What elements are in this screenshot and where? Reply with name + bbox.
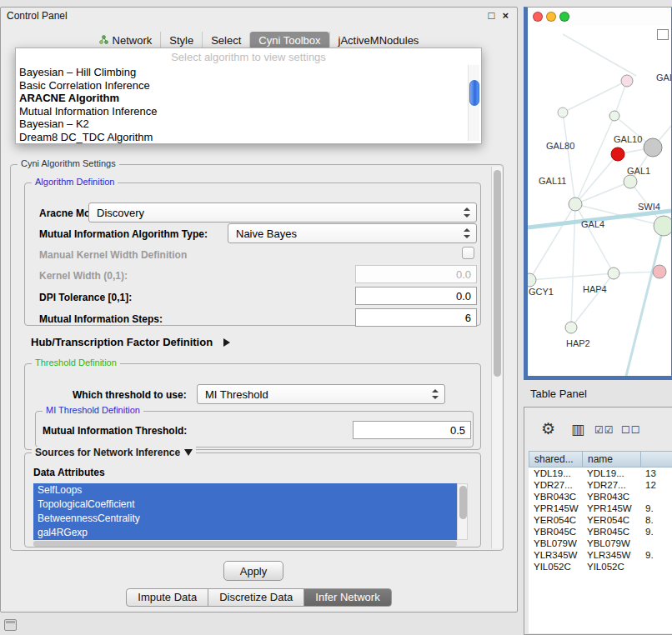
data-attribute-item-betweennesscentrality[interactable]: BetweennessCentrality xyxy=(33,512,457,526)
hub-definition-toggle[interactable]: Hub/Transcription Factor Definition xyxy=(31,334,230,349)
manual-kernel-label: Manual Kernel Width Definition xyxy=(39,249,187,261)
data-attribute-item-selfloops[interactable]: SelfLoops xyxy=(33,483,457,498)
collapse-down-icon xyxy=(184,449,193,456)
network-node[interactable] xyxy=(624,175,637,188)
data-attribute-item-gal4rgexp[interactable]: gal4RGexp xyxy=(33,526,457,540)
tab-style[interactable]: Style xyxy=(160,32,202,49)
table-cell: 9. xyxy=(640,549,672,561)
network-node[interactable] xyxy=(654,216,671,236)
network-node[interactable] xyxy=(621,75,633,87)
settings-scrollbar[interactable] xyxy=(491,167,502,548)
network-node[interactable] xyxy=(558,108,568,118)
table-header-col2[interactable] xyxy=(641,452,672,467)
table-row[interactable]: YPR145WYPR145W9. xyxy=(529,502,672,514)
panel-restore-icon[interactable] xyxy=(4,619,17,631)
network-node[interactable] xyxy=(611,148,624,161)
table-header-name[interactable]: name xyxy=(583,452,641,467)
bottom-tab-impute-data[interactable]: Impute Data xyxy=(126,588,208,607)
popup-scrollbar-thumb[interactable] xyxy=(469,80,479,106)
network-canvas[interactable]: GAL80GAL10GAL11GAL1SWI4GAL4GCY1HAP4HAP2G… xyxy=(528,26,671,376)
network-node[interactable] xyxy=(569,198,582,211)
network-node[interactable] xyxy=(644,138,662,157)
minimize-light-icon[interactable] xyxy=(546,12,556,22)
cyni-algorithm-settings-group: Cyni Algorithm Settings Algorithm Defini… xyxy=(10,164,504,551)
mi-threshold-field[interactable]: 0.5 xyxy=(353,421,471,439)
network-node[interactable] xyxy=(608,268,619,279)
gear-icon[interactable]: ⚙ xyxy=(541,419,555,438)
data-attributes-list[interactable]: SelfLoopsTopologicalCoefficientBetweenne… xyxy=(33,483,457,540)
attributes-scrollbar-thumb[interactable] xyxy=(459,486,467,519)
attributes-list-scrollbar[interactable] xyxy=(457,483,468,540)
close-icon[interactable]: × xyxy=(502,9,509,22)
combo-arrows-icon xyxy=(432,389,439,399)
network-node[interactable] xyxy=(609,111,619,121)
tab-jactivemnodules[interactable]: jActiveMNodules xyxy=(329,32,428,49)
expand-right-icon xyxy=(223,338,230,347)
mi-steps-field[interactable]: 6 xyxy=(355,308,477,327)
bottom-tab-discretize-data[interactable]: Discretize Data xyxy=(208,588,304,607)
table-cell: YLR345W xyxy=(529,549,582,561)
data-attribute-item-topologicalcoefficient[interactable]: TopologicalCoefficient xyxy=(33,498,457,512)
settings-scrollbar-thumb[interactable] xyxy=(494,170,501,377)
window-buttons: □ × xyxy=(489,9,509,22)
which-threshold-combobox[interactable]: MI Threshold xyxy=(197,384,445,404)
tab-select[interactable]: Select xyxy=(202,32,249,49)
algorithm-option-dream8-dc-tdc-algorithm[interactable]: Dream8 DC_TDC Algorithm xyxy=(19,131,464,144)
attributes-horizontal-scrollbar[interactable] xyxy=(33,541,457,547)
kernel-width-value: 0.0 xyxy=(456,268,471,281)
settings-legend: Cyni Algorithm Settings xyxy=(18,158,119,168)
traffic-lights xyxy=(533,12,569,22)
algorithm-definition-group: Algorithm Definition Aracne Mode: Discov… xyxy=(24,182,481,326)
algorithm-placeholder: Select algorithm to view settings xyxy=(16,51,481,63)
top-tab-bar: NetworkStyleSelectCyni ToolboxjActiveMNo… xyxy=(1,31,517,49)
table-row[interactable]: YLR345WYLR345W9. xyxy=(529,549,672,561)
algorithm-option-bayesian-hill-climbing[interactable]: Bayesian – Hill Climbing xyxy=(19,66,464,79)
table-row[interactable]: YER054CYER054C8. xyxy=(529,514,672,526)
network-node[interactable] xyxy=(565,322,577,333)
table-row[interactable]: YBR045CYBR045C9. xyxy=(529,526,672,538)
tab-network[interactable]: Network xyxy=(91,32,161,49)
mi-type-combobox[interactable]: Naive Bayes xyxy=(228,223,477,243)
table-row[interactable]: YDR27...YDR27...12 xyxy=(529,479,672,491)
hub-definition-label: Hub/Transcription Factor Definition xyxy=(31,336,213,348)
network-edge xyxy=(563,34,636,76)
apply-button[interactable]: Apply xyxy=(223,561,283,581)
kernel-width-field[interactable]: 0.0 xyxy=(355,265,477,283)
manual-kernel-checkbox[interactable] xyxy=(462,247,474,259)
table-cell: YBL079W xyxy=(582,538,640,549)
tab-cyni-toolbox[interactable]: Cyni Toolbox xyxy=(249,32,328,49)
sources-legend-text: Sources for Network Inference xyxy=(35,447,180,458)
deselect-all-rows-icon[interactable]: ☐☐ xyxy=(621,424,641,436)
algorithm-option-aracne-algorithm[interactable]: ARACNE Algorithm xyxy=(19,92,464,105)
table-row[interactable]: YBR043CYBR043C xyxy=(529,491,672,502)
table-row[interactable]: YIL052CYIL052C xyxy=(529,561,672,572)
columns-icon[interactable]: ▥ xyxy=(571,421,584,438)
network-node[interactable] xyxy=(528,273,536,287)
close-light-icon[interactable] xyxy=(533,12,543,22)
table-row[interactable]: YDL19...YDL19...13 xyxy=(529,468,672,479)
table-cell xyxy=(640,491,672,502)
algorithm-option-bayesian-k2[interactable]: Bayesian – K2 xyxy=(19,118,464,131)
zoom-light-icon[interactable] xyxy=(559,12,569,22)
mi-type-value: Naive Bayes xyxy=(236,228,297,240)
sources-legend[interactable]: Sources for Network Inference xyxy=(32,447,196,458)
birdseye-view-box[interactable] xyxy=(657,29,669,40)
popup-scrollbar[interactable] xyxy=(468,65,479,141)
bottom-tab-infer-network[interactable]: Infer Network xyxy=(303,588,391,607)
window-title: Control Panel xyxy=(7,10,68,22)
float-window-icon[interactable]: □ xyxy=(489,9,495,22)
algorithm-option-mutual-information-inference[interactable]: Mutual Information Inference xyxy=(19,105,464,118)
table-cell: YBL079W xyxy=(529,538,582,549)
algorithm-option-basic-correlation-inference[interactable]: Basic Correlation Inference xyxy=(19,79,464,92)
sources-group: Sources for Network Inference Data Attri… xyxy=(24,452,481,548)
table-row[interactable]: YBL079WYBL079W xyxy=(529,538,672,549)
network-window-titlebar[interactable] xyxy=(528,8,671,26)
select-all-rows-icon[interactable]: ☑☑ xyxy=(594,424,614,436)
aracne-mode-combobox[interactable]: Discovery xyxy=(88,202,477,222)
network-canvas-holder[interactable]: GAL80GAL10GAL11GAL1SWI4GAL4GCY1HAP4HAP2G… xyxy=(528,26,671,376)
algorithm-popup-list: Bayesian – Hill ClimbingBasic Correlatio… xyxy=(19,66,464,143)
table-cell: YER054C xyxy=(582,514,640,526)
dpi-tolerance-field[interactable]: 0.0 xyxy=(355,287,477,305)
table-header-shared[interactable]: shared... xyxy=(529,452,583,467)
network-node[interactable] xyxy=(653,265,666,278)
